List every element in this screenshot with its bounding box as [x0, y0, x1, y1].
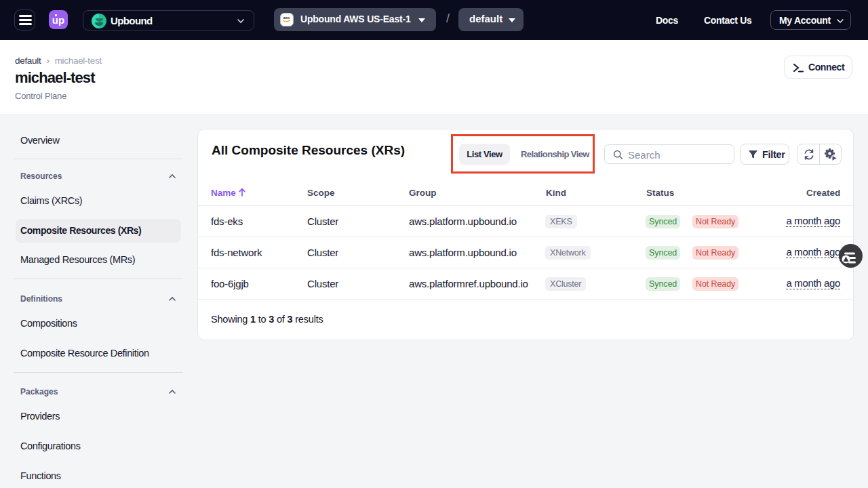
svg-text:aws: aws [283, 16, 290, 20]
